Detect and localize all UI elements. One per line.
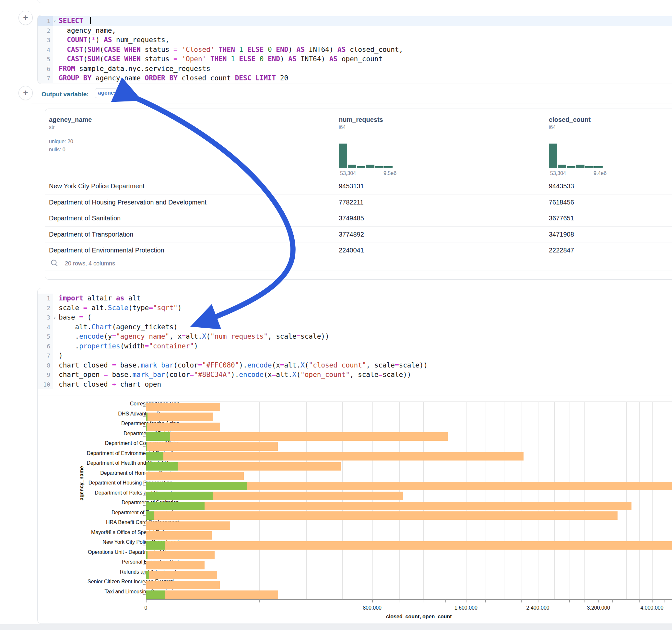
histogram-bar <box>384 166 392 168</box>
histogram-bar <box>549 144 557 168</box>
x-axis-label: 0 <box>145 605 147 611</box>
y-tick <box>143 505 146 506</box>
search-icon[interactable] <box>50 259 59 267</box>
code-line[interactable]: 3∨base = ( <box>38 313 672 322</box>
x-tick <box>372 600 373 602</box>
gridline <box>259 402 260 599</box>
code-line[interactable]: 3 COUNT(*) AS num_requests, <box>38 35 672 45</box>
row-count-label: 20 rows, 4 columns <box>65 260 115 267</box>
open_count-bar <box>146 452 163 461</box>
sql-code-editor[interactable]: 1∨SELECT 2 agency_name,3 COUNT(*) AS num… <box>38 16 672 83</box>
y-tick <box>143 564 146 565</box>
x-tick <box>446 600 446 602</box>
y-tick <box>143 535 146 536</box>
code-line[interactable]: 8chart_closed = base.mark_bar(color="#FF… <box>38 361 672 370</box>
code-line[interactable]: 5 CAST(SUM(CASE WHEN status = 'Open' THE… <box>38 54 672 64</box>
x-tick <box>521 600 522 602</box>
output-variable-pill[interactable]: agency_tickets <box>95 88 131 98</box>
code-line[interactable]: 5 .encode(y="agency_name", x=alt.X("num_… <box>38 332 672 342</box>
table-cell: 7618456 <box>549 199 574 206</box>
x-tick <box>613 600 613 602</box>
code-line[interactable]: 7) <box>38 351 672 361</box>
gridline <box>570 402 570 599</box>
output-variable-label: Output variable: <box>42 91 89 98</box>
code-line[interactable]: 1∨SELECT <box>38 16 672 26</box>
histogram-bar <box>357 166 365 168</box>
table-row[interactable]: New York City Police Department945313194… <box>45 178 672 194</box>
open_count-bar <box>146 571 149 579</box>
divider <box>45 271 672 271</box>
closed_count-bar <box>146 531 212 539</box>
x-tick <box>504 600 504 602</box>
table-row[interactable]: Department of Transportation377489234719… <box>45 226 672 242</box>
closed_count-bar <box>146 442 278 451</box>
x-axis-label: 4,000,000 <box>640 605 663 611</box>
add-cell-button-top[interactable]: + <box>19 11 33 25</box>
add-cell-button-output[interactable]: + <box>19 86 33 100</box>
gridline <box>446 402 446 599</box>
code-line[interactable]: 4 CAST(SUM(CASE WHEN status = 'Closed' T… <box>38 45 672 55</box>
code-line[interactable]: 2 agency_name, <box>38 26 672 35</box>
hist-max-label: 9.4e6 <box>594 170 606 176</box>
closed_count-bar <box>146 551 215 559</box>
closed_count-bar <box>146 413 213 421</box>
code-line[interactable]: 1import altair as alt <box>38 294 672 303</box>
closed_count-bar <box>146 452 524 461</box>
open_count-bar <box>146 541 165 550</box>
y-tick <box>143 416 146 417</box>
table-cell: Department of Environmental Protection <box>49 247 164 254</box>
gridline <box>626 402 627 599</box>
table-cell: 9443533 <box>549 183 574 190</box>
python-code-editor[interactable]: 1import altair as alt2scale = alt.Scale(… <box>38 294 672 389</box>
code-line[interactable]: 7GROUP BY agency_name ORDER BY closed_co… <box>38 74 672 83</box>
code-line[interactable]: 9chart_open = base.mark_bar(color="#8BC3… <box>38 370 672 380</box>
table-row[interactable]: Department of Environmental Protection22… <box>45 242 672 258</box>
open_count-bar <box>146 551 147 559</box>
column-header-num-requests[interactable]: num_requests i64 53,304 9.5e6 <box>339 116 383 130</box>
gridline <box>584 402 585 599</box>
y-tick <box>143 436 146 437</box>
num-requests-histogram <box>339 144 394 168</box>
code-line[interactable]: 6 .properties(width="container") <box>38 342 672 351</box>
y-tick <box>143 456 146 457</box>
result-table-card: agency_name str unique: 20 nulls: 0 num_… <box>45 108 672 280</box>
code-line[interactable]: 2scale = alt.Scale(type="sqrt") <box>38 303 672 313</box>
gridline <box>423 402 424 599</box>
closed_count-bar <box>146 422 220 431</box>
x-tick <box>306 600 307 602</box>
chart-y-axis-title: agency_name <box>79 466 85 500</box>
table-cell: 2222847 <box>549 247 574 254</box>
column-header-agency-name[interactable]: agency_name str unique: 20 nulls: 0 <box>49 116 92 153</box>
table-row[interactable]: Department of Sanitation37494853677651 <box>45 210 672 226</box>
closed_count-bar <box>146 590 278 599</box>
gridline <box>665 402 665 599</box>
text-cursor <box>90 17 91 24</box>
column-header-closed-count[interactable]: closed_count i64 53,304 9.4e6 <box>549 116 591 130</box>
y-tick <box>143 466 146 466</box>
code-line[interactable]: 10chart_closed + chart_open <box>38 380 672 390</box>
y-tick <box>143 446 146 446</box>
table-row[interactable]: Department of Housing Preservation and D… <box>45 194 672 210</box>
chevron-down-icon[interactable]: ∨ <box>53 17 56 26</box>
gridline <box>373 402 373 599</box>
divider <box>31 103 672 103</box>
chevron-down-icon[interactable]: ∨ <box>53 313 56 323</box>
x-axis-label: 800,000 <box>363 605 382 611</box>
gridline <box>399 402 400 599</box>
open_count-bar <box>146 432 170 441</box>
closed_count-bar <box>146 561 205 570</box>
histogram-bar <box>348 165 356 168</box>
code-line[interactable]: 4 alt.Chart(agency_tickets) <box>38 322 672 332</box>
histogram-bar <box>576 165 584 168</box>
code-line[interactable]: 6FROM sample_data.nyc.service_requests <box>38 64 672 74</box>
closed-count-histogram <box>549 144 604 168</box>
column-type: i64 <box>549 124 591 130</box>
x-tick <box>598 600 599 602</box>
y-tick <box>143 426 146 427</box>
closed_count-bar <box>146 522 230 530</box>
y-tick <box>143 595 146 595</box>
table-cell: Department of Housing Preservation and D… <box>49 199 207 206</box>
x-axis-label: 2,400,000 <box>526 605 549 611</box>
x-tick <box>626 600 627 602</box>
gridline <box>342 402 343 599</box>
